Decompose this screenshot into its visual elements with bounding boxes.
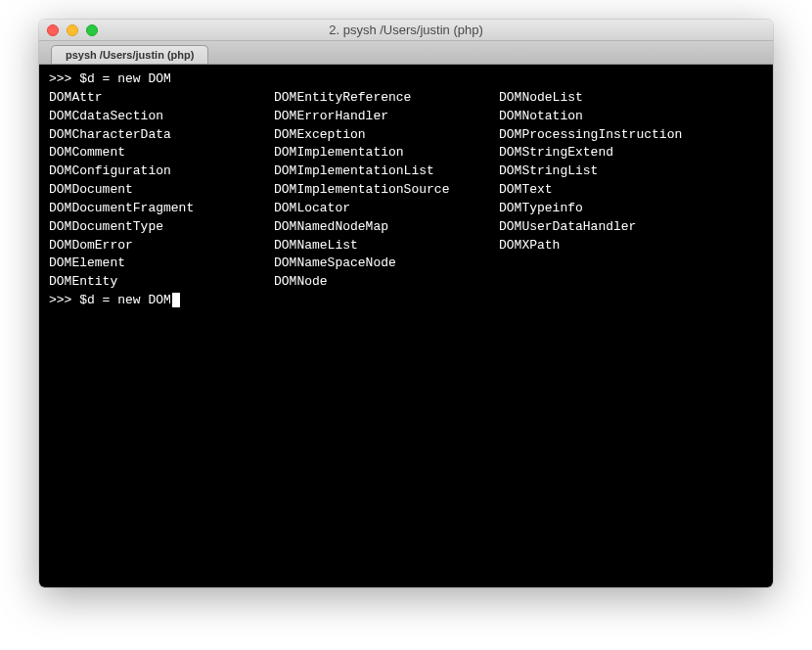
completion-item: DOMAttr	[49, 89, 254, 108]
terminal-content[interactable]: >>> $d = new DOM DOMAttr DOMCdataSection…	[39, 65, 773, 587]
completion-col-2: DOMNodeList DOMNotation DOMProcessingIns…	[499, 89, 763, 292]
prompt-line-2: >>> $d = new DOM	[49, 292, 763, 310]
prompt-symbol: >>>	[49, 71, 79, 86]
close-icon[interactable]	[47, 24, 59, 36]
completion-item: DOMEntity	[49, 273, 254, 292]
completion-item: DOMText	[499, 181, 744, 200]
completion-item: DOMProcessingInstruction	[499, 126, 744, 145]
input-text: $d = new DOM	[79, 71, 171, 86]
completion-item: DOMImplementationList	[274, 162, 479, 181]
completion-item: DOMLocator	[274, 200, 479, 218]
completion-item: DOMEntityReference	[274, 89, 479, 108]
tab-psysh[interactable]: psysh /Users/justin (php)	[51, 45, 208, 64]
completion-item: DOMErrorHandler	[274, 108, 479, 126]
completion-item: DOMNotation	[499, 108, 744, 126]
completion-col-0: DOMAttr DOMCdataSection DOMCharacterData…	[49, 89, 274, 292]
completion-item: DOMComment	[49, 144, 254, 162]
completion-item: DOMElement	[49, 255, 254, 273]
input-text: $d = new DOM	[79, 293, 171, 307]
cursor-icon	[172, 293, 180, 307]
tab-label: psysh /Users/justin (php)	[66, 49, 194, 61]
completion-item: DOMStringExtend	[499, 144, 744, 162]
terminal-window: 2. psysh /Users/justin (php) psysh /User…	[39, 20, 773, 587]
completion-item: DOMImplementation	[274, 144, 479, 162]
traffic-lights	[47, 24, 98, 36]
completion-item: DOMNamedNodeMap	[274, 218, 479, 237]
completion-col-1: DOMEntityReference DOMErrorHandler DOMEx…	[274, 89, 499, 292]
prompt-line-1: >>> $d = new DOM	[49, 70, 763, 89]
completion-item: DOMCharacterData	[49, 126, 254, 145]
completion-item: DOMUserDataHandler	[499, 218, 744, 237]
completion-item: DOMConfiguration	[49, 162, 254, 181]
window-titlebar: 2. psysh /Users/justin (php)	[39, 20, 773, 41]
completion-item: DOMException	[274, 126, 479, 145]
completion-item: DOMXPath	[499, 237, 744, 255]
completion-item: DOMImplementationSource	[274, 181, 479, 200]
completion-item: DOMNameSpaceNode	[274, 255, 479, 273]
completion-item: DOMStringList	[499, 162, 744, 181]
completion-item: DOMNode	[274, 273, 479, 292]
completion-item: DOMNameList	[274, 237, 479, 255]
prompt-symbol: >>>	[49, 293, 79, 307]
completion-item: DOMCdataSection	[49, 108, 254, 126]
completion-item: DOMDocument	[49, 181, 254, 200]
minimize-icon[interactable]	[67, 24, 78, 36]
tab-bar: psysh /Users/justin (php)	[39, 41, 773, 65]
completion-item: DOMDocumentType	[49, 218, 254, 237]
completion-item: DOMTypeinfo	[499, 200, 744, 218]
completion-item: DOMNodeList	[499, 89, 744, 108]
completion-item: DOMDocumentFragment	[49, 200, 254, 218]
completion-columns: DOMAttr DOMCdataSection DOMCharacterData…	[49, 89, 763, 292]
completion-item: DOMDomError	[49, 237, 254, 255]
maximize-icon[interactable]	[86, 24, 98, 36]
window-title: 2. psysh /Users/justin (php)	[39, 23, 773, 37]
